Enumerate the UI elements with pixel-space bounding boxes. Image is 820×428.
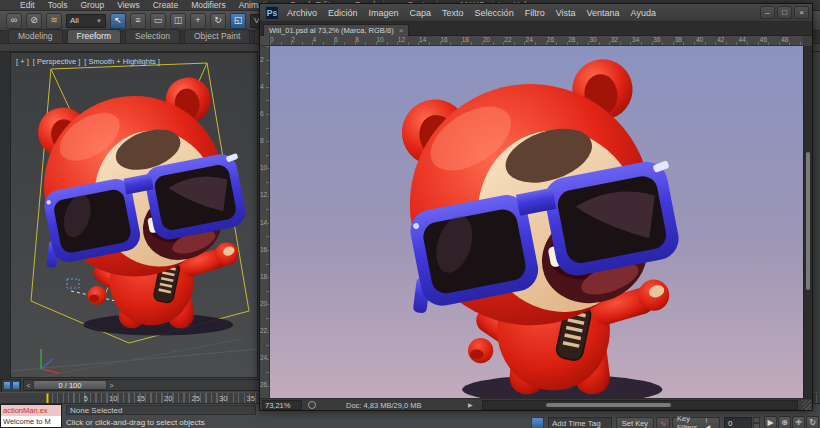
selection-status-field: None Selected (66, 405, 256, 415)
ps-menu-item[interactable]: Selección (475, 8, 514, 18)
track-tick-label: 30 (210, 394, 238, 403)
select-object-icon[interactable]: ↖ (110, 13, 126, 29)
maxscript-mini-listener[interactable]: actionMan.ex Welcome to M (0, 404, 62, 428)
set-key-button[interactable]: Set Key (616, 417, 654, 428)
listener-line-macro[interactable]: actionMan.ex (1, 405, 61, 416)
viewport-label-segment[interactable]: [ Smooth + Highlights ] (84, 57, 160, 66)
select-and-rotate-icon[interactable]: ↻ (210, 13, 226, 29)
hruler-ticks (270, 42, 803, 45)
document-canvas[interactable] (270, 46, 803, 398)
ps-menu-item[interactable]: Archivo (287, 8, 317, 18)
screenshot-root: EditToolsGroupViewsCreateModifiersAnimat… (0, 0, 820, 428)
vertical-scrollbar[interactable] (803, 46, 812, 398)
select-and-move-icon[interactable]: + (190, 13, 206, 29)
ribbon-tab[interactable]: Selection (125, 29, 180, 43)
zoom-level-field[interactable]: 73,21% (262, 400, 302, 410)
ps-menu-item[interactable]: Filtro (525, 8, 545, 18)
max-menu-item[interactable]: Tools (48, 0, 68, 10)
vertical-scrollbar-thumb[interactable] (805, 151, 811, 291)
tab-close-icon[interactable]: × (399, 26, 404, 35)
ps-menu-item[interactable]: Vista (556, 8, 576, 18)
add-time-tag-field[interactable]: Add Time Tag (548, 417, 612, 428)
character-viewport-render (10, 75, 258, 337)
character-canvas-render (363, 56, 713, 398)
chevron-down-icon: ▼ (96, 18, 102, 24)
keyboard-override-toggle-icon[interactable] (531, 417, 544, 428)
play-animation-button[interactable]: ▶ (764, 416, 777, 428)
viewport-label[interactable]: [ + ][ Perspective ][ Smooth + Highlight… (16, 57, 160, 66)
track-tick-label: 10 (100, 394, 128, 403)
window-crossing-icon[interactable]: ◫ (170, 13, 186, 29)
document-tab-title: Wiil_01.psd al 73,2% (Marca, RGB/8) (269, 26, 394, 35)
ps-document-tabbar: Wiil_01.psd al 73,2% (Marca, RGB/8) × (260, 22, 812, 36)
photoshop-window: Ps ArchivoEdiciónImagenCapaTextoSelecció… (259, 3, 813, 411)
horizontal-scrollbar-thumb[interactable] (545, 402, 672, 408)
prompt-line: Click or click-and-drag to select object… (66, 418, 205, 427)
viewport-label-segment[interactable]: [ Perspective ] (33, 57, 81, 66)
frame-forward-button[interactable]: > (107, 382, 116, 389)
max-menu-item[interactable]: Group (81, 0, 105, 10)
world-axis-tripod (41, 349, 59, 373)
ps-titlebar[interactable]: Ps ArchivoEdiciónImagenCapaTextoSelecció… (260, 4, 812, 22)
track-tick-label: 25 (182, 394, 210, 403)
track-tick-label: 15 (127, 394, 155, 403)
current-frame-marker[interactable] (46, 393, 49, 404)
rectangular-selection-icon[interactable]: ▭ (150, 13, 166, 29)
max-perspective-viewport[interactable]: [ + ][ Perspective ][ Smooth + Highlight… (10, 52, 258, 378)
ps-menu-item[interactable]: Texto (442, 8, 464, 18)
listener-line-welcome[interactable]: Welcome to M (1, 416, 61, 427)
selection-filter-dropdown[interactable]: All ▼ (66, 14, 106, 28)
frame-back-button[interactable]: < (24, 382, 33, 389)
max-window-edge (0, 52, 10, 404)
select-and-link-icon[interactable]: ∞ (6, 13, 22, 29)
horizontal-ruler[interactable]: 0246810121416182022242628303234363840424… (270, 36, 803, 46)
track-tick-label: 5 (72, 394, 100, 403)
ps-ruler-row: 0246810121416182022242628303234363840424… (260, 36, 812, 46)
ruler-origin-corner[interactable] (260, 36, 270, 46)
ps-menu-item[interactable]: Imagen (369, 8, 399, 18)
ribbon-tab[interactable]: Object Paint (184, 29, 250, 43)
track-tick-label: 20 (155, 394, 183, 403)
ribbon-tab[interactable]: Modeling (8, 29, 63, 43)
ps-menubar: ArchivoEdiciónImagenCapaTextoSelecciónFi… (287, 8, 656, 18)
pan-viewport-icon[interactable]: ✛ (792, 416, 805, 428)
ps-content-area: 2468101214161820222426 (260, 46, 812, 398)
ps-menu-item[interactable]: Ventana (587, 8, 620, 18)
zoom-viewport-icon[interactable]: ⊕ (778, 416, 791, 428)
unlink-selection-icon[interactable]: ⊘ (26, 13, 42, 29)
photoshop-logo: Ps (265, 6, 279, 20)
vruler-ticks (266, 46, 269, 398)
vertical-ruler[interactable]: 2468101214161820222426 (260, 46, 270, 398)
key-filters-button[interactable]: Key Filters... (672, 417, 720, 428)
max-menu-item[interactable]: Edit (20, 0, 35, 10)
max-menu-item[interactable]: Views (117, 0, 140, 10)
viewport-label-segment[interactable]: [ + ] (16, 57, 29, 66)
track-bar-numbers: 5101520253035 (72, 394, 265, 403)
auto-key-icon[interactable]: ∿ (656, 417, 670, 428)
frame-spinner[interactable] (753, 417, 760, 428)
status-flyout-arrow[interactable]: ▶ (468, 401, 473, 408)
maximize-button[interactable]: □ (777, 6, 792, 19)
bind-to-space-warp-icon[interactable]: ≋ (46, 13, 62, 29)
max-menu-item[interactable]: Modifiers (191, 0, 225, 10)
ps-menu-item[interactable]: Edición (328, 8, 358, 18)
ribbon-tab[interactable]: Freeform (67, 29, 121, 43)
orbit-viewport-icon[interactable]: ↻ (806, 416, 819, 428)
ps-status-bar: 73,21% Doc: 4,83 MB/29,0 MB ▶ (260, 398, 812, 410)
ps-menu-item[interactable]: Ayuda (631, 8, 656, 18)
current-frame-field[interactable]: 0 (724, 417, 752, 428)
select-by-name-icon[interactable]: ≡ (130, 13, 146, 29)
status-info-icon[interactable] (308, 401, 316, 409)
minimize-button[interactable]: – (760, 6, 775, 19)
document-tab[interactable]: Wiil_01.psd al 73,2% (Marca, RGB/8) × (263, 24, 409, 36)
horizontal-scrollbar[interactable] (482, 400, 798, 410)
selection-filter-value: All (70, 16, 79, 25)
select-and-scale-icon[interactable]: ◱ (230, 13, 246, 29)
close-button[interactable]: × (794, 6, 809, 19)
max-menu-item[interactable]: Create (153, 0, 179, 10)
resize-grip[interactable] (802, 400, 811, 410)
time-slider-handle[interactable]: 0 / 100 (33, 380, 107, 390)
ps-menu-item[interactable]: Capa (410, 8, 432, 18)
document-size-info: Doc: 4,83 MB/29,0 MB (346, 401, 421, 410)
window-controls: – □ × (760, 6, 809, 19)
